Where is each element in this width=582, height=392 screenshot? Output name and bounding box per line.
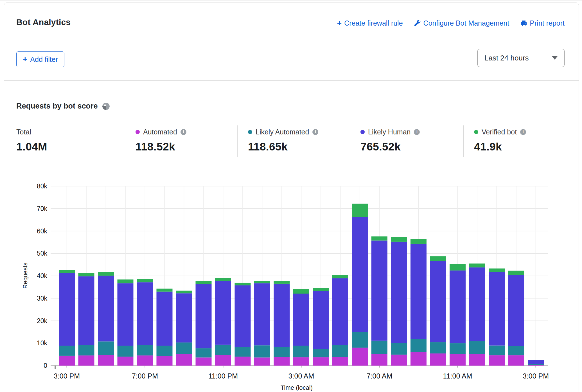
bar-segment-automated[interactable] bbox=[118, 357, 134, 366]
bar-segment-likely-automated[interactable] bbox=[450, 343, 466, 354]
bar-segment-likely-human[interactable] bbox=[254, 283, 270, 345]
bar-segment-likely-automated[interactable] bbox=[528, 364, 544, 365]
bar-segment-likely-human[interactable] bbox=[469, 267, 485, 341]
bar-segment-verified-bot[interactable] bbox=[137, 279, 153, 282]
bar-segment-automated[interactable] bbox=[352, 348, 368, 366]
bar-segment-likely-automated[interactable] bbox=[98, 341, 114, 355]
bar-segment-automated[interactable] bbox=[410, 352, 427, 366]
info-icon[interactable]: i bbox=[312, 129, 318, 135]
bar-segment-verified-bot[interactable] bbox=[293, 289, 309, 294]
bar-segment-verified-bot[interactable] bbox=[78, 273, 94, 276]
bar-segment-verified-bot[interactable] bbox=[489, 269, 505, 272]
bar-segment-likely-human[interactable] bbox=[78, 276, 94, 345]
bar-segment-automated[interactable] bbox=[137, 355, 153, 366]
bar-segment-likely-automated[interactable] bbox=[410, 339, 427, 352]
bar-segment-verified-bot[interactable] bbox=[313, 288, 329, 291]
bar-segment-likely-automated[interactable] bbox=[391, 343, 407, 354]
bar-segment-likely-automated[interactable] bbox=[235, 347, 251, 357]
bar-segment-verified-bot[interactable] bbox=[371, 236, 387, 241]
bar-segment-verified-bot[interactable] bbox=[196, 281, 212, 284]
bar-segment-likely-automated[interactable] bbox=[371, 341, 387, 354]
bar-segment-automated[interactable] bbox=[489, 355, 505, 366]
bar-segment-automated[interactable] bbox=[196, 357, 212, 366]
bar-segment-automated[interactable] bbox=[528, 365, 544, 366]
bar-segment-likely-human[interactable] bbox=[352, 217, 368, 332]
bar-segment-likely-automated[interactable] bbox=[489, 346, 505, 355]
bar-segment-verified-bot[interactable] bbox=[59, 270, 75, 273]
bar-segment-verified-bot[interactable] bbox=[352, 204, 368, 217]
info-icon[interactable]: i bbox=[414, 129, 420, 135]
bar-segment-verified-bot[interactable] bbox=[450, 264, 466, 271]
bar-segment-automated[interactable] bbox=[235, 357, 251, 366]
time-range-dropdown[interactable]: Last 24 hours bbox=[477, 49, 565, 67]
bar-segment-likely-human[interactable] bbox=[332, 278, 348, 345]
bar-segment-likely-automated[interactable] bbox=[196, 348, 212, 358]
bar-segment-automated[interactable] bbox=[176, 354, 192, 366]
bar-segment-verified-bot[interactable] bbox=[274, 281, 290, 284]
print-report-link[interactable]: Print report bbox=[520, 19, 565, 27]
bar-segment-likely-human[interactable] bbox=[157, 292, 173, 346]
bar-segment-verified-bot[interactable] bbox=[410, 239, 427, 244]
bar-segment-verified-bot[interactable] bbox=[235, 283, 251, 285]
bar-segment-automated[interactable] bbox=[508, 355, 524, 366]
bar-segment-likely-automated[interactable] bbox=[352, 332, 368, 348]
bar-segment-automated[interactable] bbox=[274, 357, 290, 366]
bar-segment-likely-automated[interactable] bbox=[176, 343, 192, 354]
bar-segment-automated[interactable] bbox=[157, 356, 173, 366]
bar-segment-automated[interactable] bbox=[78, 355, 94, 366]
bar-segment-likely-human[interactable] bbox=[293, 294, 309, 346]
bar-segment-verified-bot[interactable] bbox=[118, 280, 134, 283]
bar-segment-likely-human[interactable] bbox=[508, 275, 524, 346]
bar-segment-verified-bot[interactable] bbox=[254, 281, 270, 283]
info-icon[interactable]: i bbox=[520, 129, 526, 135]
bar-segment-verified-bot[interactable] bbox=[98, 272, 114, 276]
bar-segment-likely-automated[interactable] bbox=[78, 345, 94, 355]
bar-segment-automated[interactable] bbox=[430, 353, 446, 366]
bar-segment-verified-bot[interactable] bbox=[469, 263, 485, 267]
bar-segment-likely-automated[interactable] bbox=[157, 346, 173, 356]
bar-segment-likely-human[interactable] bbox=[215, 281, 231, 345]
bar-segment-automated[interactable] bbox=[293, 357, 309, 366]
create-firewall-rule-link[interactable]: + Create firewall rule bbox=[337, 19, 403, 27]
bar-segment-likely-human[interactable] bbox=[528, 360, 544, 364]
configure-bot-management-link[interactable]: Configure Bot Management bbox=[414, 19, 509, 27]
bar-segment-automated[interactable] bbox=[215, 355, 231, 366]
bar-segment-automated[interactable] bbox=[371, 354, 387, 366]
bar-segment-verified-bot[interactable] bbox=[176, 291, 192, 294]
bar-segment-automated[interactable] bbox=[450, 354, 466, 366]
bar-segment-verified-bot[interactable] bbox=[430, 256, 446, 261]
bar-segment-verified-bot[interactable] bbox=[157, 289, 173, 291]
bar-segment-automated[interactable] bbox=[332, 357, 348, 366]
bar-segment-verified-bot[interactable] bbox=[528, 360, 544, 360]
bar-segment-likely-automated[interactable] bbox=[469, 341, 485, 354]
bar-segment-likely-human[interactable] bbox=[176, 293, 192, 343]
bar-segment-automated[interactable] bbox=[391, 355, 407, 366]
bar-segment-likely-automated[interactable] bbox=[254, 345, 270, 357]
bar-segment-verified-bot[interactable] bbox=[391, 237, 407, 242]
bar-segment-automated[interactable] bbox=[98, 355, 114, 366]
bar-segment-likely-human[interactable] bbox=[410, 244, 427, 339]
bar-segment-likely-human[interactable] bbox=[430, 261, 446, 342]
bar-segment-likely-human[interactable] bbox=[391, 242, 407, 343]
bar-segment-likely-human[interactable] bbox=[196, 284, 212, 348]
bar-segment-likely-human[interactable] bbox=[98, 276, 114, 341]
bar-segment-automated[interactable] bbox=[313, 357, 329, 366]
bar-segment-likely-human[interactable] bbox=[235, 285, 251, 347]
bar-segment-likely-automated[interactable] bbox=[332, 345, 348, 357]
bar-segment-automated[interactable] bbox=[469, 354, 485, 366]
bar-segment-likely-human[interactable] bbox=[137, 282, 153, 345]
bar-segment-automated[interactable] bbox=[254, 357, 270, 366]
bar-segment-likely-automated[interactable] bbox=[59, 346, 75, 356]
bar-segment-likely-automated[interactable] bbox=[118, 346, 134, 357]
bar-segment-likely-human[interactable] bbox=[274, 284, 290, 347]
bar-segment-likely-automated[interactable] bbox=[430, 342, 446, 353]
bar-segment-automated[interactable] bbox=[59, 356, 75, 366]
bar-segment-verified-bot[interactable] bbox=[332, 275, 348, 278]
bar-segment-likely-human[interactable] bbox=[313, 291, 329, 349]
bar-segment-verified-bot[interactable] bbox=[215, 278, 231, 281]
bar-segment-likely-human[interactable] bbox=[59, 273, 75, 346]
bar-segment-likely-automated[interactable] bbox=[215, 345, 231, 355]
bar-segment-likely-automated[interactable] bbox=[313, 349, 329, 357]
bar-segment-likely-automated[interactable] bbox=[137, 345, 153, 355]
add-filter-button[interactable]: + Add filter bbox=[16, 51, 64, 67]
